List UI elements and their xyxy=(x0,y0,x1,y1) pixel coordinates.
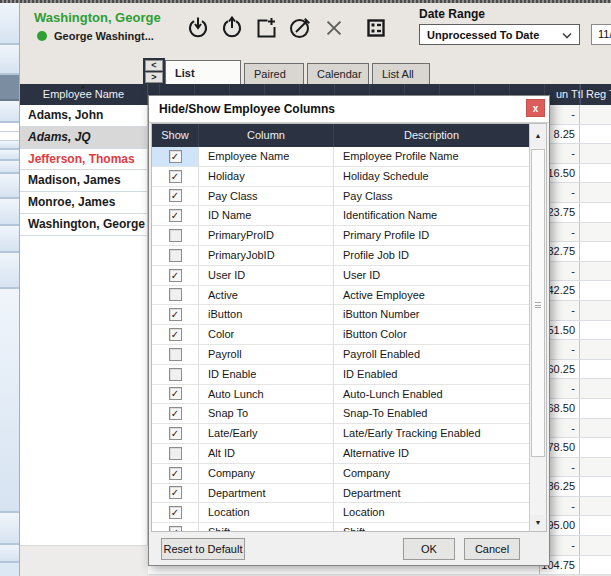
show-checkbox[interactable]: ✓ xyxy=(169,328,182,341)
column-row-alt-id[interactable]: Alt IDAlternative ID xyxy=(152,444,529,464)
sidebar-cell[interactable] xyxy=(0,150,19,161)
sidebar-cell[interactable] xyxy=(0,199,19,226)
add-entry-button[interactable] xyxy=(253,16,278,43)
tab-list-all[interactable]: List All xyxy=(372,63,430,84)
employee-name-column-header[interactable]: ▲ Employee Name xyxy=(20,84,148,105)
column-row-color[interactable]: ✓ColoriButton Color xyxy=(152,325,529,345)
delete-entry-button[interactable] xyxy=(321,16,346,43)
show-checkbox[interactable]: ✓ xyxy=(169,150,182,163)
column-row-pay-class[interactable]: ✓Pay ClassPay Class xyxy=(152,187,529,207)
punch-in-button[interactable] xyxy=(185,16,210,43)
ok-button[interactable]: OK xyxy=(403,538,455,560)
dialog-scrollbar[interactable]: ▼ xyxy=(529,147,546,531)
tab-calendar[interactable]: Calendar xyxy=(307,63,369,84)
sidebar-cell[interactable] xyxy=(0,45,19,75)
punch-out-button[interactable] xyxy=(219,16,244,43)
column-row-user-id[interactable]: ✓User IDUser ID xyxy=(152,266,529,286)
show-cell: ✓ xyxy=(152,325,199,344)
show-checkbox[interactable]: ✓ xyxy=(169,209,182,222)
employee-row[interactable]: Adams, John xyxy=(20,105,147,127)
sidebar-cell[interactable] xyxy=(0,101,19,123)
scroll-up-icon[interactable]: ▲ xyxy=(535,132,542,139)
show-checkbox[interactable]: ✓ xyxy=(169,308,182,321)
reg-total-column-header[interactable]: Reg T xyxy=(586,84,611,105)
column-row-id-enable[interactable]: ID EnableID Enabled xyxy=(152,365,529,385)
scrollbar-thumb[interactable] xyxy=(531,149,545,457)
reset-to-default-button[interactable]: Reset to Default xyxy=(161,538,245,560)
tab-list[interactable]: List xyxy=(165,60,241,84)
column-name-cell: Company xyxy=(199,464,334,483)
column-row-primaryjobid[interactable]: PrimaryJobIDProfile Job ID xyxy=(152,246,529,266)
edit-entry-button[interactable] xyxy=(287,16,312,43)
tab-paired[interactable]: Paired xyxy=(244,63,304,84)
reg-total-cell xyxy=(580,321,611,340)
show-checkbox[interactable] xyxy=(169,288,182,301)
column-row-late-early[interactable]: ✓Late/EarlyLate/Early Tracking Enabled xyxy=(152,424,529,444)
column-description-cell: Pay Class xyxy=(334,187,529,206)
column-row-active[interactable]: ActiveActive Employee xyxy=(152,286,529,306)
sidebar-cell[interactable] xyxy=(0,161,19,174)
column-row-snap-to[interactable]: ✓Snap ToSnap-To Enabled xyxy=(152,404,529,424)
column-description-cell: Active Employee xyxy=(334,286,529,305)
column-row-auto-lunch[interactable]: ✓Auto LunchAuto-Lunch Enabled xyxy=(152,385,529,405)
left-sidebar-strip[interactable] xyxy=(0,3,20,576)
employee-row[interactable]: Washington, George xyxy=(20,214,147,236)
sidebar-cell[interactable] xyxy=(0,289,19,513)
columns-table-body: ✓Employee NameEmployee Profile Name✓Holi… xyxy=(152,147,529,531)
show-cell: ✓ xyxy=(152,167,199,186)
scroll-down-icon[interactable]: ▼ xyxy=(530,515,546,530)
column-row-shift[interactable]: ✓ShiftShift xyxy=(152,523,529,531)
sidebar-cell[interactable] xyxy=(0,132,19,141)
show-checkbox[interactable]: ✓ xyxy=(169,387,182,400)
description-column-header[interactable]: Description xyxy=(334,124,529,147)
dialog-close-button[interactable]: x xyxy=(526,99,545,117)
column-row-ibutton[interactable]: ✓iButtoniButton Number xyxy=(152,305,529,325)
sidebar-cell[interactable] xyxy=(0,75,19,101)
show-checkbox[interactable]: ✓ xyxy=(169,427,182,440)
tab-scroll-right-icon[interactable]: > xyxy=(145,72,163,83)
column-row-department[interactable]: ✓DepartmentDepartment xyxy=(152,484,529,504)
show-checkbox[interactable] xyxy=(169,348,182,361)
sidebar-cell[interactable] xyxy=(0,253,19,289)
show-column-header[interactable]: Show xyxy=(152,124,199,147)
sidebar-cell[interactable] xyxy=(0,226,19,253)
sidebar-cell[interactable] xyxy=(0,3,19,45)
sidebar-cell[interactable] xyxy=(0,545,19,563)
employee-row[interactable]: Madison, James xyxy=(20,170,147,192)
employee-row[interactable]: Monroe, James xyxy=(20,192,147,214)
sidebar-cell[interactable] xyxy=(0,174,19,199)
show-checkbox[interactable]: ✓ xyxy=(169,407,182,420)
date-field[interactable]: 11/ 9/20 xyxy=(591,24,611,45)
show-checkbox[interactable]: ✓ xyxy=(169,467,182,480)
cancel-button[interactable]: Cancel xyxy=(464,538,520,560)
column-row-employee-name[interactable]: ✓Employee NameEmployee Profile Name xyxy=(152,147,529,167)
tab-scroll-left-icon[interactable]: < xyxy=(145,60,163,71)
date-range-select[interactable]: Unprocessed To Date xyxy=(419,24,580,45)
sidebar-cell[interactable] xyxy=(0,141,19,150)
employee-row[interactable]: Jefferson, Thomas xyxy=(20,149,147,171)
show-checkbox[interactable] xyxy=(169,447,182,460)
column-name-cell: Pay Class xyxy=(199,187,334,206)
column-row-id-name[interactable]: ✓ID NameIdentification Name xyxy=(152,206,529,226)
column-row-location[interactable]: ✓LocationLocation xyxy=(152,503,529,523)
show-checkbox[interactable] xyxy=(169,249,182,262)
column-row-holiday[interactable]: ✓HolidayHoliday Schedule xyxy=(152,167,529,187)
sidebar-cell[interactable] xyxy=(0,513,19,545)
show-checkbox[interactable] xyxy=(169,229,182,242)
show-checkbox[interactable] xyxy=(169,368,182,381)
show-checkbox[interactable]: ✓ xyxy=(169,269,182,282)
column-row-payroll[interactable]: PayrollPayroll Enabled xyxy=(152,345,529,365)
show-checkbox[interactable]: ✓ xyxy=(169,526,182,531)
column-row-company[interactable]: ✓CompanyCompany xyxy=(152,464,529,484)
show-cell: ✓ xyxy=(152,206,199,225)
show-checkbox[interactable]: ✓ xyxy=(169,170,182,183)
column-row-primaryproid[interactable]: PrimaryProIDPrimary Profile ID xyxy=(152,226,529,246)
timecard-options-button[interactable] xyxy=(363,16,388,43)
show-checkbox[interactable]: ✓ xyxy=(169,506,182,519)
column-name-cell: iButton xyxy=(199,305,334,324)
show-checkbox[interactable]: ✓ xyxy=(169,189,182,202)
employee-row[interactable]: Adams, JQ xyxy=(20,127,147,149)
sidebar-cell[interactable] xyxy=(0,123,19,132)
column-column-header[interactable]: Column xyxy=(199,124,334,147)
show-checkbox[interactable]: ✓ xyxy=(169,486,182,499)
